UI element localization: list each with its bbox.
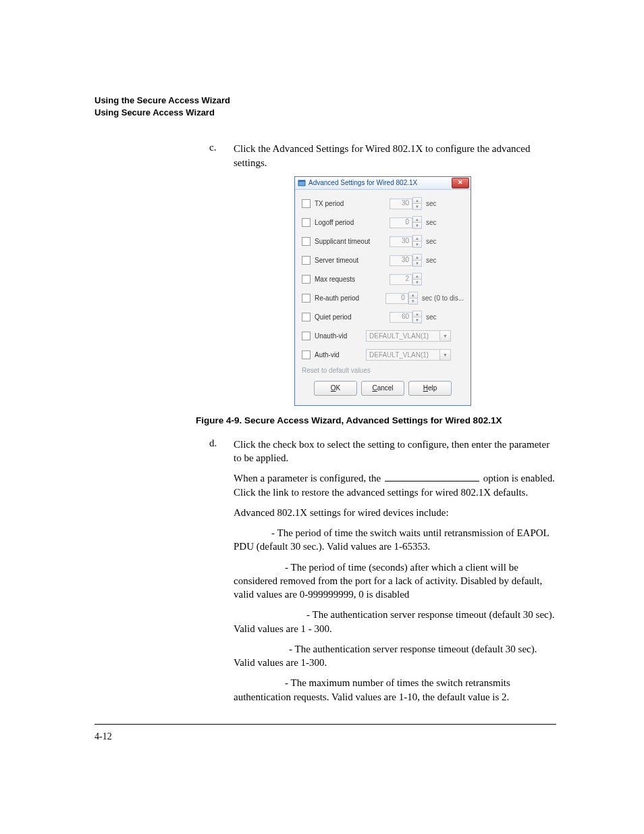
checkbox-tx-period[interactable]	[302, 199, 311, 208]
step-c: c. Click the Advanced Settings for Wired…	[209, 142, 556, 170]
checkbox-server-timeout[interactable]	[302, 256, 311, 265]
window-icon	[298, 179, 306, 187]
ok-button[interactable]: OK	[314, 381, 357, 396]
checkbox-reauth-period[interactable]	[302, 294, 311, 303]
spin-down-icon[interactable]: ▼	[412, 223, 422, 229]
advanced-settings-dialog: Advanced Settings for Wired 802.1X ✕ TX …	[294, 176, 471, 406]
unit-server-timeout: sec	[426, 257, 464, 264]
checkbox-supplicant-timeout[interactable]	[302, 237, 311, 246]
close-button[interactable]: ✕	[452, 178, 469, 188]
input-supplicant-timeout[interactable]: 30	[390, 236, 412, 247]
spin-down-icon[interactable]: ▼	[412, 280, 422, 286]
row-tx-period: TX period 30 ▲▼ sec	[302, 197, 464, 211]
select-auth-vid[interactable]: DEFAULT_VLAN(1) ▼	[366, 349, 451, 361]
label-supplicant-timeout: Supplicant timeout	[315, 238, 390, 245]
ok-label-rest: K	[336, 384, 341, 392]
label-quiet-period: Quiet period	[315, 313, 390, 321]
row-logoff-period: Logoff period 0 ▲▼ sec	[302, 215, 464, 230]
row-max-requests: Max requests 2 ▲▼	[302, 272, 464, 287]
bullet-logoff-period: - The period of time (seconds) after whi…	[234, 561, 556, 602]
page-number: 4-12	[95, 731, 556, 742]
spin-down-icon[interactable]: ▼	[412, 242, 422, 248]
spin-down-icon[interactable]: ▼	[412, 317, 422, 323]
label-max-requests: Max requests	[315, 276, 390, 283]
spin-up-icon[interactable]: ▲	[412, 235, 422, 242]
unit-logoff-period: sec	[426, 219, 464, 226]
bullet-max-requests: - The maximum number of times the switch…	[234, 676, 556, 704]
checkbox-quiet-period[interactable]	[302, 313, 311, 321]
spin-up-icon[interactable]: ▲	[412, 254, 422, 261]
dialog-titlebar: Advanced Settings for Wired 802.1X ✕	[295, 177, 471, 190]
row-supplicant-timeout: Supplicant timeout 30 ▲▼ sec	[302, 234, 464, 249]
header-line-2: Using Secure Access Wizard	[95, 107, 556, 119]
step-c-text: Click the Advanced Settings for Wired 80…	[234, 142, 556, 170]
unit-quiet-period: sec	[426, 313, 464, 321]
row-unauth-vid: Unauth-vid DEFAULT_VLAN(1) ▼	[302, 329, 464, 344]
spin-up-icon[interactable]: ▲	[412, 273, 422, 280]
spin-up-icon[interactable]: ▲	[412, 216, 422, 223]
label-reauth-period: Re-auth period	[315, 294, 385, 302]
step-d-marker: d.	[209, 438, 234, 710]
footer-rule	[95, 724, 556, 725]
help-button[interactable]: Help	[408, 381, 452, 396]
select-unauth-vid-value: DEFAULT_VLAN(1)	[367, 332, 439, 340]
spin-down-icon[interactable]: ▼	[408, 298, 418, 305]
input-quiet-period[interactable]: 60	[390, 312, 412, 323]
svg-rect-1	[298, 180, 305, 182]
input-logoff-period[interactable]: 0	[390, 217, 412, 228]
bullet-server-timeout: - The authentication server response tim…	[234, 642, 556, 670]
blank-underline	[385, 481, 479, 481]
spin-up-icon[interactable]: ▲	[412, 311, 422, 317]
reset-defaults-link[interactable]: Reset to default values	[302, 367, 464, 374]
dialog-title: Advanced Settings for Wired 802.1X	[308, 179, 452, 186]
checkbox-auth-vid[interactable]	[302, 350, 311, 359]
step-d: d. Click the check box to select the set…	[209, 438, 556, 710]
input-server-timeout[interactable]: 30	[390, 255, 412, 266]
cancel-label-rest: ancel	[377, 384, 394, 392]
step-d-p2: When a parameter is configured, the opti…	[234, 471, 556, 499]
checkbox-max-requests[interactable]	[302, 275, 311, 284]
bullet-tx-period: - The period of time the switch waits un…	[234, 526, 556, 554]
label-logoff-period: Logoff period	[315, 219, 390, 226]
label-tx-period: TX period	[315, 200, 390, 207]
chevron-down-icon: ▼	[439, 331, 450, 341]
row-auth-vid: Auth-vid DEFAULT_VLAN(1) ▼	[302, 348, 464, 363]
row-reauth-period: Re-auth period 0 ▲▼ sec (0 to dis...	[302, 291, 464, 306]
label-auth-vid: Auth-vid	[315, 351, 366, 359]
close-icon: ✕	[458, 180, 463, 186]
bullet-supplicant-timeout: - The authentication server response tim…	[234, 608, 556, 635]
input-max-requests[interactable]: 2	[390, 274, 412, 285]
spin-up-icon[interactable]: ▲	[408, 292, 418, 298]
checkbox-logoff-period[interactable]	[302, 218, 311, 227]
cancel-button[interactable]: Cancel	[361, 381, 404, 396]
input-reauth-period[interactable]: 0	[385, 293, 408, 304]
row-server-timeout: Server timeout 30 ▲▼ sec	[302, 253, 464, 268]
page-header: Using the Secure Access Wizard Using Sec…	[95, 95, 556, 119]
help-label-rest: elp	[428, 384, 437, 392]
chevron-down-icon: ▼	[439, 350, 450, 360]
step-d-p1: Click the check box to select the settin…	[234, 438, 556, 465]
spin-up-icon[interactable]: ▲	[412, 197, 422, 204]
row-quiet-period: Quiet period 60 ▲▼ sec	[302, 310, 464, 325]
figure-caption: Figure 4-9. Secure Access Wizard, Advanc…	[95, 415, 556, 425]
unit-reauth-period: sec (0 to dis...	[422, 294, 464, 302]
checkbox-unauth-vid[interactable]	[302, 332, 311, 340]
input-tx-period[interactable]: 30	[390, 199, 412, 209]
unit-supplicant-timeout: sec	[426, 238, 464, 245]
step-d-p2a: When a parameter is configured, the	[234, 473, 383, 484]
select-unauth-vid[interactable]: DEFAULT_VLAN(1) ▼	[366, 330, 451, 342]
spin-down-icon[interactable]: ▼	[412, 204, 422, 210]
unit-tx-period: sec	[426, 200, 464, 207]
step-c-marker: c.	[209, 142, 234, 170]
spin-down-icon[interactable]: ▼	[412, 261, 422, 267]
label-unauth-vid: Unauth-vid	[315, 332, 366, 340]
header-line-1: Using the Secure Access Wizard	[95, 95, 556, 107]
step-d-p3: Advanced 802.1X settings for wired devic…	[234, 506, 556, 519]
select-auth-vid-value: DEFAULT_VLAN(1)	[367, 351, 439, 359]
label-server-timeout: Server timeout	[315, 257, 390, 264]
